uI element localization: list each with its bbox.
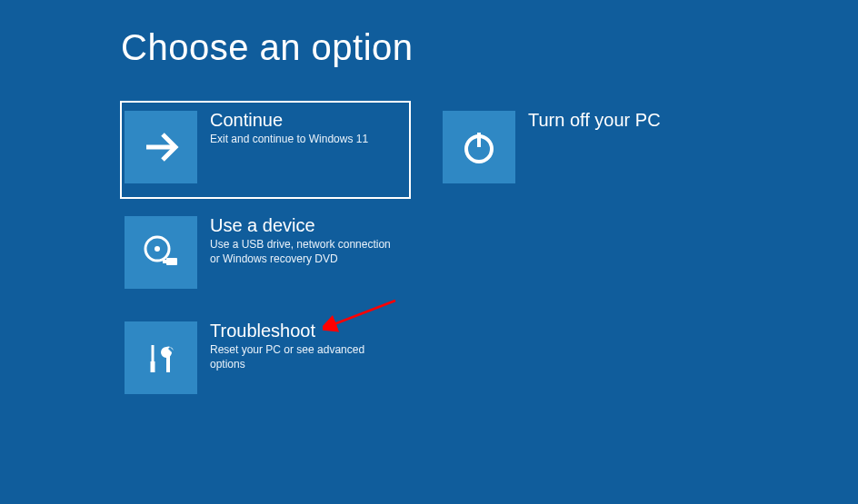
option-poweroff-text: Turn off your PC (528, 109, 661, 131)
option-troubleshoot-desc: Reset your PC or see advanced options (210, 343, 401, 371)
svg-rect-6 (163, 260, 166, 263)
option-troubleshoot[interactable]: Troubleshoot Reset your PC or see advanc… (120, 311, 411, 410)
power-icon (443, 111, 515, 183)
option-continue-text: Continue Exit and continue to Windows 11 (210, 109, 368, 147)
tools-icon (125, 321, 197, 394)
option-continue-title: Continue (210, 109, 368, 131)
option-continue[interactable]: Continue Exit and continue to Windows 11 (120, 101, 411, 199)
option-usedevice-text: Use a device Use a USB drive, network co… (210, 214, 401, 266)
svg-rect-5 (166, 258, 177, 265)
option-continue-desc: Exit and continue to Windows 11 (210, 133, 368, 147)
option-usedevice-desc: Use a USB drive, network connection or W… (210, 238, 401, 266)
page-title: Choose an option (121, 27, 414, 68)
option-poweroff[interactable]: Turn off your PC (438, 101, 729, 199)
disc-usb-icon (125, 216, 197, 289)
svg-point-4 (155, 246, 160, 252)
options-grid: Continue Exit and continue to Windows 11… (120, 101, 729, 410)
option-troubleshoot-text: Troubleshoot Reset your PC or see advanc… (210, 320, 401, 371)
arrow-right-icon (125, 111, 197, 183)
option-usedevice[interactable]: Use a device Use a USB drive, network co… (120, 206, 411, 304)
option-usedevice-title: Use a device (210, 214, 401, 236)
option-troubleshoot-title: Troubleshoot (210, 320, 401, 341)
option-poweroff-title: Turn off your PC (528, 109, 661, 131)
